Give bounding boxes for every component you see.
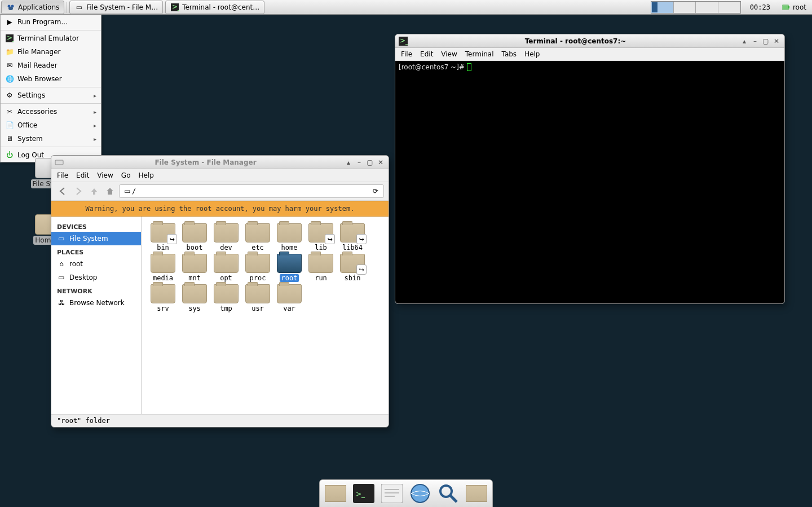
task-file-manager[interactable]: ▭ File System - File M… — [69, 1, 163, 14]
workspace-4[interactable] — [718, 2, 740, 13]
menu-accessories[interactable]: ✂ Accessories ▸ — [1, 105, 101, 118]
svg-line-21 — [451, 496, 457, 502]
shade-button[interactable]: ▴ — [740, 37, 749, 46]
folder-media[interactable]: media — [147, 253, 179, 283]
menu-edit[interactable]: Edit — [76, 171, 89, 179]
folder-sys[interactable]: sys — [179, 283, 210, 314]
folder-icon — [325, 485, 346, 502]
task-terminal[interactable]: >_ Terminal - root@cent… — [165, 1, 264, 14]
menu-web-browser[interactable]: 🌐 Web Browser — [1, 72, 101, 86]
user-menu[interactable]: root — [776, 3, 812, 12]
up-button[interactable] — [87, 184, 101, 198]
folder-label: usr — [250, 305, 266, 312]
folder-boot[interactable]: boot — [179, 222, 210, 253]
drive-icon — [55, 158, 64, 167]
location-bar[interactable]: ▭ ⟳ — [119, 184, 384, 198]
dock-text-editor[interactable] — [381, 482, 403, 505]
folder-run[interactable]: run — [305, 253, 337, 283]
sidebar-browse-network[interactable]: 🖧 Browse Network — [51, 296, 141, 310]
workspace-2[interactable] — [673, 2, 696, 13]
forward-button[interactable] — [72, 184, 85, 198]
menu-file-manager[interactable]: 📁 File Manager — [1, 45, 101, 59]
menu-terminal-emulator[interactable]: >_ Terminal Emulator — [1, 32, 101, 45]
menu-view[interactable]: View — [97, 171, 113, 179]
dock-app-finder[interactable] — [437, 482, 460, 505]
sidebar-root[interactable]: ⌂ root — [51, 257, 141, 271]
terminal-icon: >_ — [399, 37, 408, 46]
workspace-1[interactable] — [651, 2, 673, 13]
sidebar-desktop[interactable]: ▭ Desktop — [51, 271, 141, 284]
shade-button[interactable]: ▴ — [344, 158, 353, 167]
menu-terminal[interactable]: Terminal — [465, 50, 494, 58]
task-label: Terminal - root@cent… — [182, 3, 259, 11]
close-button[interactable]: ✕ — [772, 37, 781, 46]
file-manager-content[interactable]: binbootdevetchomeliblib64mediamntoptproc… — [142, 217, 389, 414]
refresh-icon[interactable]: ⟳ — [371, 187, 380, 196]
menu-office[interactable]: 📄 Office ▸ — [1, 118, 101, 132]
svg-text:>_: >_ — [172, 3, 179, 11]
menu-file[interactable]: File — [401, 50, 412, 58]
folder-mnt[interactable]: mnt — [179, 253, 210, 283]
dock-terminal[interactable]: >_ — [352, 482, 375, 505]
dock-file-manager[interactable] — [324, 482, 347, 505]
folder-var[interactable]: var — [273, 283, 305, 314]
mouse-icon — [6, 3, 15, 12]
workspace-3[interactable] — [695, 2, 718, 13]
home-button[interactable] — [103, 184, 117, 198]
path-input[interactable] — [132, 187, 371, 195]
svg-point-2 — [8, 7, 13, 10]
clock: 00:23 — [744, 3, 776, 11]
workspace-switcher[interactable] — [651, 1, 741, 14]
folder-bin[interactable]: bin — [147, 222, 179, 253]
sidebar-filesystem[interactable]: ▭ File System — [51, 232, 141, 245]
folder-proc[interactable]: proc — [242, 253, 273, 283]
back-button[interactable] — [56, 184, 69, 198]
svg-point-20 — [440, 486, 452, 497]
folder-etc[interactable]: etc — [242, 222, 273, 253]
folder-lib64[interactable]: lib64 — [337, 222, 368, 253]
menu-tabs[interactable]: Tabs — [502, 50, 517, 58]
folder-opt[interactable]: opt — [210, 253, 242, 283]
menu-mail-reader[interactable]: ✉ Mail Reader — [1, 59, 101, 72]
dock-home[interactable] — [465, 482, 488, 505]
menu-settings[interactable]: ⚙ Settings ▸ — [1, 89, 101, 102]
folder-usr[interactable]: usr — [242, 283, 273, 314]
terminal-window: >_ Terminal - root@centos7:~ ▴ – ▢ ✕ Fil… — [395, 34, 785, 304]
accessories-icon: ✂ — [5, 107, 14, 116]
folder-sbin[interactable]: sbin — [337, 253, 368, 283]
applications-label: Applications — [18, 3, 59, 11]
menu-system[interactable]: 🖥 System ▸ — [1, 132, 101, 146]
menu-help[interactable]: Help — [524, 50, 540, 58]
maximize-button[interactable]: ▢ — [365, 158, 374, 167]
folder-label: tmp — [218, 305, 234, 312]
system-icon: 🖥 — [5, 134, 14, 143]
menu-run-program[interactable]: ▶ Run Program... — [1, 15, 101, 29]
folder-icon — [182, 254, 207, 273]
applications-menu-button[interactable]: Applications — [1, 1, 64, 14]
file-manager-titlebar[interactable]: File System - File Manager ▴ – ▢ ✕ — [51, 156, 389, 169]
folder-label: var — [281, 305, 297, 312]
menu-help[interactable]: Help — [138, 171, 153, 179]
folder-tmp[interactable]: tmp — [210, 283, 242, 314]
folder-home[interactable]: home — [273, 222, 305, 253]
dock-web-browser[interactable] — [409, 482, 431, 505]
sidebar-header-places: PLACES — [51, 245, 141, 257]
close-button[interactable]: ✕ — [376, 158, 385, 167]
folder-srv[interactable]: srv — [147, 283, 179, 314]
globe-icon: 🌐 — [5, 74, 14, 83]
terminal-body[interactable]: [root@centos7 ~]# — [395, 61, 784, 303]
minimize-button[interactable]: – — [751, 37, 760, 46]
folder-label: media — [151, 274, 175, 282]
folder-dev[interactable]: dev — [210, 222, 242, 253]
folder-lib[interactable]: lib — [305, 222, 337, 253]
menu-go[interactable]: Go — [121, 171, 131, 179]
menu-file[interactable]: File — [57, 171, 68, 179]
svg-text:>_: >_ — [356, 490, 365, 498]
folder-root[interactable]: root — [273, 253, 305, 283]
minimize-button[interactable]: – — [355, 158, 364, 167]
terminal-titlebar[interactable]: >_ Terminal - root@centos7:~ ▴ – ▢ ✕ — [395, 34, 784, 48]
menu-edit[interactable]: Edit — [420, 50, 433, 58]
file-manager-sidebar: DEVICES ▭ File System PLACES ⌂ root ▭ De… — [51, 217, 142, 414]
menu-view[interactable]: View — [441, 50, 457, 58]
maximize-button[interactable]: ▢ — [761, 37, 770, 46]
